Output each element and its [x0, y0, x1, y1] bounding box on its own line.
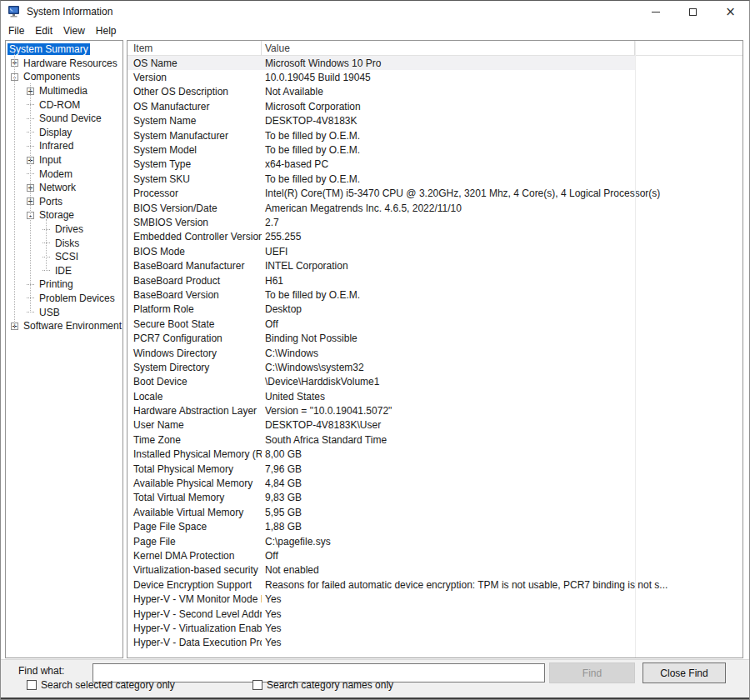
maximize-icon[interactable] — [674, 1, 712, 22]
item-cell: BIOS Mode — [128, 246, 262, 258]
table-row[interactable]: Hardware Abstraction LayerVersion = "10.… — [128, 403, 742, 418]
menu-edit[interactable]: Edit — [35, 24, 60, 38]
tree-item-disks[interactable]: Disks — [6, 236, 122, 250]
close-find-button[interactable]: Close Find — [642, 662, 726, 683]
menu-help[interactable]: Help — [96, 24, 124, 38]
table-row[interactable]: System ModelTo be filled by O.E.M. — [128, 142, 742, 157]
minimize-icon[interactable] — [637, 1, 674, 22]
item-cell: BaseBoard Product — [128, 275, 262, 287]
table-row[interactable]: Available Physical Memory4,84 GB — [128, 476, 742, 490]
tree-item-modem[interactable]: Modem — [6, 167, 122, 181]
column-header-value[interactable]: Value — [262, 41, 635, 55]
column-header-item[interactable]: Item — [128, 41, 262, 55]
value-cell: Intel(R) Core(TM) i5-3470 CPU @ 3.20GHz,… — [262, 188, 660, 199]
value-cell: South Africa Standard Time — [262, 434, 387, 446]
item-cell: Locale — [128, 391, 262, 402]
close-icon[interactable]: × — [712, 1, 749, 22]
table-row[interactable]: PCR7 ConfigurationBinding Not Possible — [128, 331, 742, 345]
tree-item-network[interactable]: +Network — [6, 181, 122, 195]
tree-item-usb[interactable]: USB — [6, 305, 122, 319]
table-row[interactable]: BaseBoard VersionTo be filled by O.E.M. — [128, 288, 742, 302]
table-row[interactable]: System Typex64-based PC — [128, 158, 742, 172]
tree-item-hardware-resources[interactable]: +Hardware Resources — [6, 57, 122, 71]
value-cell: DESKTOP-4V8183K\User — [262, 419, 381, 431]
tree-item-storage[interactable]: -Storage — [6, 208, 122, 222]
tree-item-system-summary[interactable]: System Summary — [6, 42, 122, 57]
value-cell: 5,95 GB — [262, 507, 302, 518]
tree-item-display[interactable]: Display — [6, 126, 122, 140]
table-row[interactable]: SMBIOS Version2.7 — [128, 215, 742, 229]
item-cell: Total Physical Memory — [128, 463, 262, 475]
item-cell: Windows Directory — [128, 348, 262, 359]
tree-item-drives[interactable]: Drives — [6, 222, 122, 237]
find-button[interactable]: Find — [549, 662, 635, 683]
tree-item-cd-rom[interactable]: CD-ROM — [6, 98, 122, 112]
value-cell: Not enabled — [262, 564, 319, 576]
table-row[interactable]: Hyper-V - Virtualization Enable...Yes — [128, 621, 742, 635]
table-row[interactable]: Virtualization-based securityNot enabled — [128, 563, 742, 578]
item-cell: Page File — [128, 536, 262, 548]
table-row[interactable]: LocaleUnited States — [128, 389, 742, 403]
table-row[interactable]: Device Encryption SupportReasons for fai… — [128, 578, 742, 592]
table-row[interactable]: System DirectoryC:\Windows\system32 — [128, 360, 742, 374]
table-row[interactable]: System SKUTo be filled by O.E.M. — [128, 172, 742, 186]
tree-label: Storage — [38, 209, 76, 221]
table-row[interactable]: Version10.0.19045 Build 19045 — [128, 70, 742, 84]
table-row[interactable]: Embedded Controller Version255.255 — [128, 230, 742, 244]
value-cell: Yes — [262, 608, 282, 620]
table-row[interactable]: Total Virtual Memory9,83 GB — [128, 491, 742, 505]
tree-item-components[interactable]: -Components — [6, 70, 122, 84]
table-row[interactable]: User NameDESKTOP-4V8183K\User — [128, 418, 742, 432]
tree-label: Hardware Resources — [22, 58, 119, 69]
item-cell: User Name — [128, 419, 262, 431]
tree-item-printing[interactable]: Printing — [6, 278, 122, 292]
item-cell: OS Name — [128, 58, 262, 69]
table-row[interactable]: Page File Space1,88 GB — [128, 520, 742, 534]
table-row[interactable]: Platform RoleDesktop — [128, 302, 742, 317]
tree-item-infrared[interactable]: Infrared — [6, 139, 122, 153]
tree-item-problem-devices[interactable]: Problem Devices — [6, 292, 122, 306]
table-row[interactable]: Kernel DMA ProtectionOff — [128, 548, 742, 562]
table-row[interactable]: BIOS ModeUEFI — [128, 244, 742, 258]
table-row[interactable]: Hyper-V - Data Execution Prote...Yes — [128, 636, 742, 650]
table-row[interactable]: Secure Boot StateOff — [128, 317, 742, 331]
tree-item-ide[interactable]: IDE — [6, 264, 122, 278]
table-row[interactable]: Hyper-V - VM Monitor Mode E...Yes — [128, 592, 742, 606]
table-row[interactable]: Page FileC:\pagefile.sys — [128, 534, 742, 548]
table-row[interactable]: OS ManufacturerMicrosoft Corporation — [128, 99, 742, 113]
menu-view[interactable]: View — [63, 24, 92, 38]
tree-guide-line — [14, 52, 15, 327]
table-row[interactable]: ProcessorIntel(R) Core(TM) i5-3470 CPU @… — [128, 187, 742, 201]
table-row[interactable]: BaseBoard ProductH61 — [128, 273, 742, 288]
table-row[interactable]: Available Virtual Memory5,95 GB — [128, 505, 742, 519]
table-row[interactable]: Boot Device\Device\HarddiskVolume1 — [128, 375, 742, 389]
table-row[interactable]: OS NameMicrosoft Windows 10 Pro — [128, 56, 635, 70]
value-cell: 2.7 — [262, 217, 279, 228]
value-cell: 4,84 GB — [262, 478, 302, 489]
list-header: Item Value — [128, 41, 742, 56]
item-cell: Processor — [128, 188, 262, 199]
table-row[interactable]: System NameDESKTOP-4V8183K — [128, 114, 742, 128]
search-selected-category-checkbox[interactable]: Search selected category only — [27, 679, 175, 691]
item-cell: System Model — [128, 144, 262, 156]
table-row[interactable]: Hyper-V - Second Level Addres...Yes — [128, 607, 742, 621]
tree-item-software-environment[interactable]: +Software Environment — [6, 319, 122, 333]
table-row[interactable]: Time ZoneSouth Africa Standard Time — [128, 432, 742, 447]
table-row[interactable]: Other OS DescriptionNot Available — [128, 85, 742, 99]
table-row[interactable]: Installed Physical Memory (RAM)8,00 GB — [128, 448, 742, 462]
item-cell: Secure Boot State — [128, 318, 262, 330]
menu-file[interactable]: File — [8, 24, 32, 38]
tree-item-multimedia[interactable]: +Multimedia — [6, 84, 122, 98]
table-row[interactable]: Windows DirectoryC:\Windows — [128, 346, 742, 360]
table-row[interactable]: Total Physical Memory7,96 GB — [128, 462, 742, 476]
table-row[interactable]: BaseBoard ManufacturerINTEL Corporation — [128, 258, 742, 272]
tree-item-scsi[interactable]: SCSI — [6, 250, 122, 264]
table-row[interactable]: System ManufacturerTo be filled by O.E.M… — [128, 128, 742, 142]
tree-item-sound-device[interactable]: Sound Device — [6, 112, 122, 126]
item-cell: BaseBoard Manufacturer — [128, 260, 262, 272]
search-category-names-checkbox[interactable]: Search category names only — [252, 679, 393, 691]
tree-item-ports[interactable]: +Ports — [6, 195, 122, 209]
tree-item-input[interactable]: +Input — [6, 153, 122, 168]
item-cell: System Manufacturer — [128, 130, 262, 142]
table-row[interactable]: BIOS Version/DateAmerican Megatrends Inc… — [128, 201, 742, 215]
